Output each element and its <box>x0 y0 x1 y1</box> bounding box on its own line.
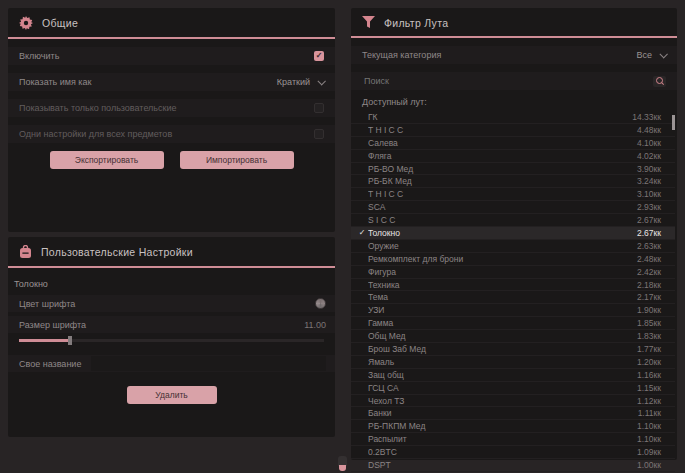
export-button[interactable]: Экспортировать <box>50 151 164 169</box>
slider-fill <box>19 339 68 342</box>
loot-item-value: 2.63кк <box>637 241 661 251</box>
loot-item-value: 4.02кк <box>637 151 661 161</box>
loot-item-name: Ямаль <box>368 357 637 367</box>
loot-row[interactable]: 0.2BTC1.09кк <box>351 446 675 459</box>
filter-header-underline <box>351 36 677 38</box>
font-size-label: Размер шрифта <box>19 320 86 330</box>
loot-item-name: РБ-ВО Мед <box>368 164 637 174</box>
loot-row[interactable]: T H I C C4.48кк <box>351 124 675 137</box>
font-color-row: Цвет шрифта <box>8 295 335 312</box>
loot-item-name: SCA <box>368 202 637 212</box>
loot-row[interactable]: ГСЦ СА1.15кк <box>351 382 675 395</box>
loot-row[interactable]: Распылит1.10кк <box>351 433 675 446</box>
loot-row[interactable]: ГК14.33кк <box>351 111 675 124</box>
loot-item-value: 1.10кк <box>637 421 661 431</box>
category-value: Все <box>636 50 652 60</box>
palette-icon[interactable] <box>315 298 326 309</box>
loot-row[interactable]: Ямаль1.20кк <box>351 356 675 369</box>
loot-row[interactable]: ✓Толокно2.67кк <box>351 227 675 240</box>
loot-item-name: ГК <box>368 112 632 122</box>
loot-row[interactable]: Фляга4.02кк <box>351 150 675 163</box>
loot-row[interactable]: Брош Заб Мед1.77кк <box>351 343 675 356</box>
loot-item-name: DSPТ <box>368 460 637 470</box>
loot-item-value: 1.10кк <box>637 434 661 444</box>
bottom-center-icon <box>336 456 349 473</box>
loot-row[interactable]: РБ-БК Мед3.24кк <box>351 175 675 188</box>
funnel-icon <box>362 16 375 29</box>
loot-item-name: Чехол ТЗ <box>368 396 637 406</box>
general-panel-title: Общие <box>42 17 78 29</box>
loot-item-value: 4.10кк <box>637 138 661 148</box>
category-dropdown[interactable]: Все <box>636 50 666 60</box>
name-mode-value: Краткий <box>277 77 310 87</box>
loot-row[interactable]: Салева4.10кк <box>351 137 675 150</box>
loot-filter-panel: Фильтр Лута Текущая категория Все Доступ… <box>351 8 677 460</box>
name-mode-label: Показать имя как <box>19 77 91 87</box>
loot-row[interactable]: Фигура2.42кк <box>351 266 675 279</box>
loot-scrollbar[interactable] <box>672 113 675 471</box>
delete-button[interactable]: Удалить <box>127 386 217 404</box>
import-button[interactable]: Импортировать <box>180 151 294 169</box>
loot-row[interactable]: DSPТ1.00кк <box>351 459 675 472</box>
loot-row[interactable]: Гамма1.85кк <box>351 317 675 330</box>
loot-row[interactable]: Защ общ1.16кк <box>351 369 675 382</box>
loot-item-value: 3.10кк <box>637 189 661 199</box>
loot-item-name: Салева <box>368 138 637 148</box>
loot-row[interactable]: Ремкомплект для брони2.48кк <box>351 253 675 266</box>
enable-label: Включить <box>19 51 59 61</box>
available-loot-label: Доступный лут: <box>362 97 677 107</box>
custom-name-row: Свое название <box>8 355 335 372</box>
loot-item-name: Фигура <box>368 267 637 277</box>
font-color-label: Цвет шрифта <box>19 299 75 309</box>
name-mode-row: Показать имя как Краткий <box>8 73 335 91</box>
loot-item-name: РБ-БК Мед <box>368 176 637 186</box>
loot-row[interactable]: РБ-ПКПМ Мед1.10кк <box>351 420 675 433</box>
loot-row[interactable]: Чехол ТЗ1.12кк <box>351 395 675 408</box>
loot-item-name: T H I C C <box>368 125 637 135</box>
loot-row[interactable]: Техника2.18кк <box>351 279 675 292</box>
backpack-icon <box>19 245 32 259</box>
loot-item-value: 1.83кк <box>637 331 661 341</box>
font-size-slider[interactable] <box>19 336 324 345</box>
font-size-row: Размер шрифта 11.00 <box>8 316 335 333</box>
loot-item-value: 2.93кк <box>637 202 661 212</box>
scrollbar-handle[interactable] <box>672 115 675 130</box>
same-settings-label: Одни настройки для всех предметов <box>19 129 172 139</box>
loot-item-name: Тема <box>368 292 637 302</box>
loot-row[interactable]: Банки1.11кк <box>351 407 675 420</box>
search-input[interactable] <box>362 75 653 87</box>
loot-row[interactable]: Оружие2.63кк <box>351 240 675 253</box>
same-settings-checkbox[interactable] <box>314 129 324 139</box>
enable-checkbox[interactable]: ✓ <box>314 51 324 61</box>
loot-item-name: T H I C C <box>368 189 637 199</box>
loot-item-name: УЗИ <box>368 305 637 315</box>
loot-row[interactable]: УЗИ1.90кк <box>351 304 675 317</box>
only-custom-checkbox[interactable] <box>314 103 324 113</box>
custom-settings-panel: Пользовательские Настройки Толокно Цвет … <box>8 237 335 437</box>
search-icon <box>656 77 664 85</box>
loot-row[interactable]: Общ Мед1.83кк <box>351 330 675 343</box>
loot-item-value: 1.85кк <box>637 318 661 328</box>
loot-row[interactable]: S I C C2.67кк <box>351 214 675 227</box>
loot-row[interactable]: РБ-ВО Мед3.90кк <box>351 163 675 176</box>
slider-handle[interactable] <box>68 336 72 345</box>
loot-item-value: 1.90кк <box>637 305 661 315</box>
name-mode-dropdown[interactable]: Краткий <box>277 77 324 87</box>
loot-row[interactable]: T H I C C3.10кк <box>351 188 675 201</box>
loot-list: ГК14.33ккT H I C C4.48ккСалева4.10ккФляг… <box>351 111 675 473</box>
loot-item-name: Защ общ <box>368 370 637 380</box>
loot-row[interactable]: SCA2.93кк <box>351 201 675 214</box>
general-panel: Общие Включить ✓ Показать имя как Кратки… <box>8 8 335 232</box>
loot-item-value: 1.12кк <box>637 396 661 406</box>
custom-name-input[interactable] <box>91 356 326 371</box>
loot-item-name: 0.2BTC <box>368 447 637 457</box>
only-custom-row: Показывать только пользовательские <box>8 99 335 117</box>
loot-item-name: Толокно <box>368 228 637 238</box>
loot-item-name: Гамма <box>368 318 637 328</box>
loot-item-name: Ремкомплект для брони <box>368 254 637 264</box>
loot-row[interactable]: Тема2.17кк <box>351 291 675 304</box>
category-label: Текущая категория <box>362 50 441 60</box>
gear-icon <box>19 16 33 30</box>
loot-item-value: 2.67кк <box>637 215 661 225</box>
search-button[interactable] <box>653 76 666 87</box>
